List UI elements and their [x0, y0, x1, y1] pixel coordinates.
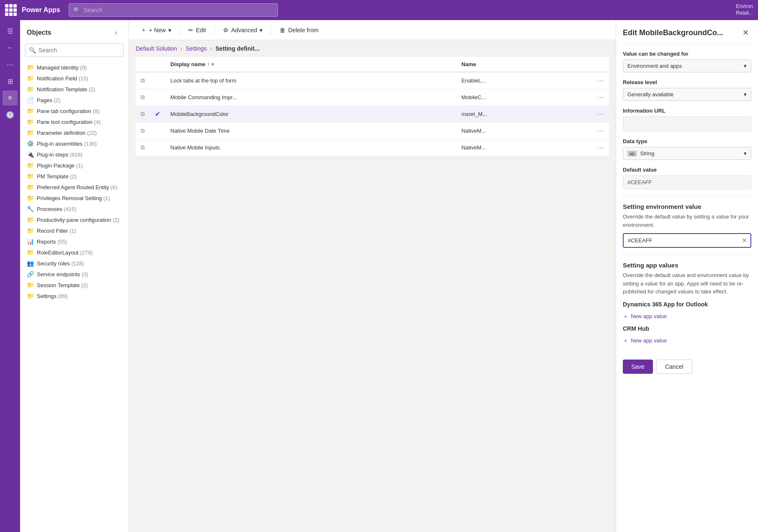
advanced-button[interactable]: ⚙ Advanced ▾	[218, 24, 267, 36]
sidebar-item-preferred-agent[interactable]: 📁 Preferred Agent Routed Entity (6)	[20, 182, 128, 193]
setting-app-desc: Override the default value and environme…	[623, 271, 751, 296]
sidebar-search-input[interactable]	[39, 47, 120, 54]
sidebar-item-pages[interactable]: 📄 Pages (2)	[20, 95, 128, 105]
sidebar-item-security-roles[interactable]: 👥 Security roles (128)	[20, 258, 128, 269]
row-menu-button[interactable]: ⋯	[592, 106, 609, 123]
sidebar-item-label-managed-identity: Managed Identity (9)	[37, 64, 122, 71]
sidebar-item-settings[interactable]: 📁 Settings (89)	[20, 290, 128, 301]
sidebar-item-notification-field[interactable]: 📁 Notification Field (15)	[20, 73, 128, 84]
sidebar-item-plugin-steps[interactable]: 🔌 Plug-in steps (918)	[20, 149, 128, 160]
right-panel: Edit MobileBackgroundCo... ✕ Value can b…	[616, 20, 758, 532]
row-check-cell[interactable]: ✔	[150, 106, 165, 123]
global-search-bar[interactable]: 🔍 Search	[69, 3, 278, 17]
breadcrumb-part2[interactable]: Settings	[186, 45, 207, 52]
sidebar-item-label-plugin-package: Plugin Package (1)	[37, 162, 122, 169]
sidebar-item-icon-record-filter: 📁	[27, 227, 33, 234]
sidebar-item-label-plugin-assemblies: Plug-in assemblies (136)	[37, 141, 122, 147]
col-header-menu	[592, 57, 609, 72]
value-changed-for-value: Environment and apps	[627, 63, 682, 69]
row-menu-button[interactable]: ⋯	[592, 89, 609, 106]
menu-toggle-icon[interactable]: ☰	[3, 23, 18, 39]
row-check-cell[interactable]: ✔	[150, 89, 165, 106]
sidebar-item-icon-processes: 🔧	[27, 206, 33, 212]
sidebar-item-role-editor-layout[interactable]: 📁 RoleEditorLayout (279)	[20, 247, 128, 258]
row-copy-icon[interactable]: ⧉	[136, 123, 150, 139]
sidebar-collapse-button[interactable]: ›	[110, 27, 122, 39]
search-icon: 🔍	[73, 7, 80, 13]
sidebar-item-productivity-pane[interactable]: 📁 Productivity pane configuration (2)	[20, 214, 128, 225]
sidebar-item-parameter-definition[interactable]: 📁 Parameter definition (22)	[20, 127, 128, 138]
sidebar-item-icon-pane-tool-config: 📁	[27, 118, 33, 125]
panel-divider-1	[623, 196, 751, 196]
save-button[interactable]: Save	[623, 360, 653, 374]
row-menu-button[interactable]: ⋯	[592, 139, 609, 156]
row-check-cell[interactable]: ✔	[150, 123, 165, 139]
sidebar-item-icon-security-roles: 👥	[27, 260, 33, 267]
solution-icon[interactable]: ≡	[3, 90, 18, 105]
add-app-outlook-label: New app value	[631, 313, 667, 319]
sidebar-item-label-processes: Processes (415)	[37, 206, 122, 212]
table-row[interactable]: ⧉ ✔ Native Mobile Date Time NativeM... ⋯	[136, 123, 609, 139]
col-header-displayname[interactable]: Display name ↑▾	[165, 57, 456, 72]
setting-env-input-wrapper: ✕	[623, 233, 751, 248]
apps-grid-icon[interactable]	[5, 4, 17, 16]
back-icon[interactable]: ←	[3, 40, 18, 55]
sidebar-item-pane-tool-config[interactable]: 📁 Pane tool configuration (4)	[20, 116, 128, 127]
edit-button[interactable]: ✏ Edit	[183, 24, 211, 36]
row-check-cell[interactable]: ✔	[150, 72, 165, 89]
table-icon[interactable]: ⊞	[3, 74, 18, 89]
dots-icon[interactable]: ⋯	[3, 57, 18, 72]
breadcrumb: Default Solution › Settings › Setting de…	[129, 40, 616, 57]
setting-env-input[interactable]	[624, 234, 738, 247]
sidebar-item-processes[interactable]: 🔧 Processes (415)	[20, 203, 128, 214]
add-app-value-crmhub-button[interactable]: ＋ New app value	[623, 335, 751, 346]
sidebar-item-record-filter[interactable]: 📁 Record Filter (1)	[20, 225, 128, 236]
sidebar-item-reports[interactable]: 📊 Reports (55)	[20, 236, 128, 247]
row-copy-icon[interactable]: ⧉	[136, 106, 150, 123]
sidebar-item-service-endpoints[interactable]: 🔗 Service endpoints (3)	[20, 269, 128, 280]
col-header-copy	[136, 57, 150, 72]
sidebar-item-notification-template[interactable]: 📁 Notification Template (2)	[20, 84, 128, 95]
sidebar-item-label-security-roles: Security roles (128)	[37, 260, 122, 267]
release-level-select[interactable]: Generally available ▾	[623, 88, 751, 101]
row-sys-name: msret_M...	[456, 106, 592, 123]
icon-rail: ☰ ← ⋯ ⊞ ≡ 🕐	[0, 20, 20, 532]
sidebar-item-privileges-removal[interactable]: 📁 Privileges Removal Setting (1)	[20, 193, 128, 203]
app-name-outlook: Dynamics 365 App for Outlook	[623, 301, 751, 308]
sidebar-item-icon-pm-template: 📁	[27, 173, 33, 180]
sidebar-search-box[interactable]: 🔍	[25, 44, 123, 57]
cancel-button[interactable]: Cancel	[656, 360, 692, 374]
sidebar-item-plugin-assemblies[interactable]: ⚙️ Plug-in assemblies (136)	[20, 138, 128, 149]
release-level-value: Generally available	[627, 91, 674, 98]
delete-button[interactable]: 🗑 Delete from	[275, 24, 323, 36]
table-row[interactable]: ⧉ ✔ Native Mobile Inputs NativeM... ⋯	[136, 139, 609, 156]
breadcrumb-part1[interactable]: Default Solution	[136, 45, 177, 52]
delete-label: Delete from	[288, 27, 318, 33]
data-type-select[interactable]: ab String ▾	[623, 147, 751, 160]
table-row[interactable]: ⧉ ✔ Mobile Commanding Impr... MobileC...…	[136, 89, 609, 106]
table-row[interactable]: ⧉ ✔ Lock tabs at the top of form EnableL…	[136, 72, 609, 89]
info-url-value[interactable]	[623, 116, 751, 131]
row-copy-icon[interactable]: ⧉	[136, 139, 150, 156]
history-icon[interactable]: 🕐	[3, 107, 18, 122]
row-menu-button[interactable]: ⋯	[592, 72, 609, 89]
row-menu-button[interactable]: ⋯	[592, 123, 609, 139]
row-copy-icon[interactable]: ⧉	[136, 89, 150, 106]
top-navigation: Power Apps 🔍 Search Environ Retail...	[0, 0, 758, 20]
table-row[interactable]: ⧉ ✔ MobileBackgroundColor msret_M... ⋯	[136, 106, 609, 123]
sidebar-item-session-template[interactable]: 📁 Session Template (2)	[20, 280, 128, 290]
sidebar-item-pane-tab-config[interactable]: 📁 Pane tab configuration (8)	[20, 105, 128, 116]
sidebar-item-icon-privileges-removal: 📁	[27, 195, 33, 201]
add-app-value-outlook-button[interactable]: ＋ New app value	[623, 311, 751, 322]
row-copy-icon[interactable]: ⧉	[136, 72, 150, 89]
new-button[interactable]: ＋ + New ▾	[136, 24, 176, 36]
sidebar-item-managed-identity[interactable]: 📁 Managed Identity (9)	[20, 62, 128, 73]
setting-env-clear-button[interactable]: ✕	[738, 236, 750, 244]
row-check-cell[interactable]: ✔	[150, 139, 165, 156]
value-changed-for-select[interactable]: Environment and apps ▾	[623, 59, 751, 72]
release-level-section: Release level Generally available ▾	[623, 79, 751, 101]
sidebar-item-pm-template[interactable]: 📁 PM Template (2)	[20, 171, 128, 182]
sidebar-item-plugin-package[interactable]: 📁 Plugin Package (1)	[20, 160, 128, 171]
sidebar-item-label-role-editor-layout: RoleEditorLayout (279)	[37, 249, 122, 256]
panel-close-button[interactable]: ✕	[740, 27, 751, 39]
